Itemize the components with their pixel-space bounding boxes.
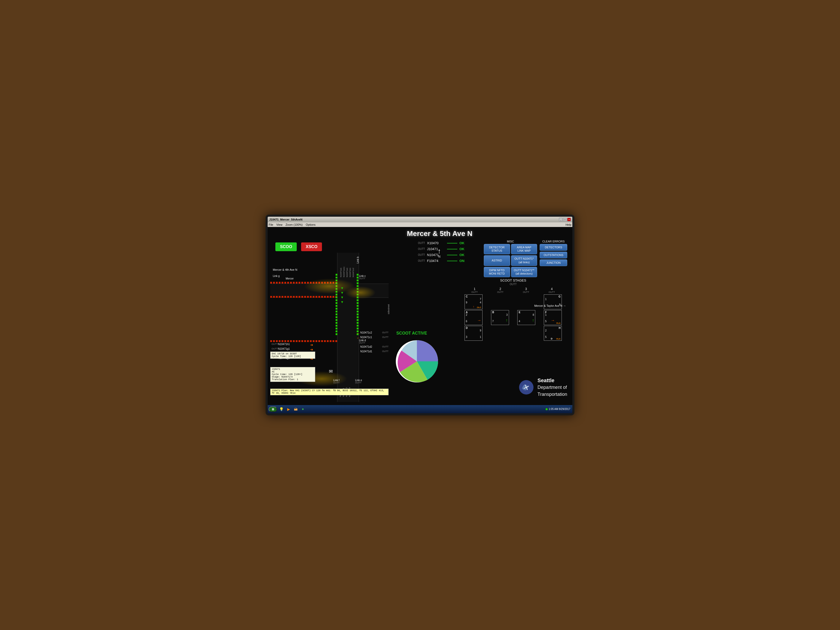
detectors-btn[interactable]: DETECTORS — [540, 244, 567, 251]
stage-numbers-row: 1 OUTT 2 OUTT 3 OUTT 4 OUTT — [459, 287, 567, 294]
n10471h1: N10471h1 — [278, 343, 290, 346]
stage-D-9: 9 — [480, 329, 481, 332]
n10471c1: N10471c1 — [360, 336, 372, 339]
dipm-nftd-btn[interactable]: DIPM NFTDMONI RETD — [484, 267, 510, 277]
link-b-label: Link b — [357, 257, 359, 264]
signal-line-2 — [447, 249, 457, 249]
misc-title: MISC — [484, 240, 537, 243]
stage-box-A: A 2 6 → — [464, 310, 483, 325]
maximize-btn[interactable]: □ — [563, 218, 567, 221]
n10471d1: N10471d1 — [360, 350, 372, 353]
mercer-4th-label: Mercer & 4th Ave N — [273, 268, 297, 271]
olc-label: OLC — [477, 306, 481, 309]
col-label-4: N10471b1 — [349, 257, 351, 277]
ola-label-F: OLA — [556, 322, 561, 324]
stage-box-F: F 1 5 OLA → — [544, 310, 562, 325]
stage-1-sub: OUTT — [472, 291, 478, 294]
outt-c2: OUTT — [382, 331, 388, 334]
pie-chart — [394, 338, 440, 384]
stage-D-3: 3 — [466, 336, 467, 338]
mailbox-icon[interactable]: ✉ — [329, 368, 333, 374]
stage-F-1: 1 — [545, 313, 546, 316]
menu-view[interactable]: View — [276, 223, 283, 226]
stage-H-letter: H — [559, 327, 561, 329]
menu-file[interactable]: File — [269, 223, 273, 226]
stage-box-C: C 7 9 4 ↑ OLC — [464, 294, 483, 309]
x10470-status: OK — [459, 241, 464, 245]
tray-green-dot — [546, 408, 548, 410]
stage-2-sub: OUTT — [497, 291, 504, 294]
close-btn[interactable]: ✕ — [567, 218, 571, 221]
stage-A-6: 6 — [466, 320, 467, 323]
stage-1-header: 1 OUTT — [472, 287, 478, 294]
taskbar-icon-2[interactable]: ▶ — [286, 406, 292, 412]
scoot-active-label: SCOOT ACTIVE — [396, 331, 427, 336]
clear-errors-buttons: DETECTORS OUTSTATIONS JUNCTION — [540, 244, 567, 266]
stage-2-num: 2 — [497, 287, 504, 291]
main-content: Mercer & 5th Ave N SCOO XSCO Mercer & 4t… — [268, 227, 572, 405]
taskbar: ⊞ 💡 ▶ 🏔 ✦ 1:05 AM 8/29/2017 — [268, 405, 572, 413]
stage-A-2: 2 — [466, 313, 467, 316]
sdot-icon-svg — [519, 380, 534, 395]
stage-B-7: 7 — [492, 320, 494, 323]
outt-n10471-links-btn[interactable]: OUTT N10471*(all links) — [511, 255, 537, 265]
sidestreet-label: sidestreet — [387, 304, 390, 314]
n10471-status: OK — [459, 253, 464, 257]
taylor-ave-label: Mercer & Taylor Ave N → — [534, 304, 566, 307]
taskbar-icon-1[interactable]: 💡 — [278, 406, 284, 412]
north-arrow-symbol: ↑ — [437, 248, 441, 255]
misc-buttons-grid: DETECTORSTATUS AREA MAPLINK MAP ASTRID O… — [484, 244, 537, 277]
stage-E-4: 4 — [519, 320, 520, 323]
info-box2-line4: Stage: N10471/4 — [272, 376, 314, 378]
info-box1-line1: DAC 18/18 on SCOOT — [272, 352, 314, 355]
xsco-button[interactable]: XSCO — [301, 242, 322, 251]
minimize-btn[interactable]: _ — [559, 218, 562, 221]
col-label-3: N10471a1 — [346, 257, 348, 277]
outt-c1: OUTT — [382, 336, 388, 338]
outstations-btn[interactable]: OUTSTATIONS — [540, 252, 567, 258]
stage-F-arrow: → — [551, 318, 555, 323]
arrow-g1: ➜ — [310, 347, 313, 352]
stage-box-H: H 2 5 D OLA — [544, 326, 562, 341]
stage-D-letter: D — [466, 327, 467, 329]
outt-n10471-detectors-btn[interactable]: OUTT N10471**(all detectors) — [511, 267, 537, 277]
stage-C-letter: C — [466, 295, 467, 298]
menu-bar: File View Zoom (100%) Options Help — [268, 223, 572, 227]
info-box2-line5: Translation Plan: 1 — [272, 378, 314, 381]
signal-line-4 — [447, 261, 457, 261]
start-button[interactable]: ⊞ — [269, 407, 277, 412]
scoot-stages-subtitle: OUTT — [459, 283, 567, 286]
page-title: Mercer & 5th Ave N — [407, 230, 472, 238]
stage-C-arrows: ↑ — [473, 305, 474, 309]
col-label-5: N10471c2 — [352, 257, 354, 277]
taskbar-icon-3[interactable]: 🏔 — [293, 406, 299, 412]
astrid-btn[interactable]: ASTRID — [484, 255, 510, 265]
stage-H-5: 5 — [545, 336, 546, 338]
j10471-status: OK — [459, 247, 464, 251]
taskbar-icon-4[interactable]: ✦ — [300, 406, 306, 412]
stage-E-arrow: ↑ — [532, 318, 534, 323]
info-box2-line2: AC — [272, 371, 314, 373]
n10471g1: N10471g1 — [278, 347, 290, 350]
signal-x10470: OUTT X10470 OK — [418, 241, 475, 245]
col-label-2: N10471a1c — [343, 257, 345, 277]
clear-errors-title: CLEAR ERRORS — [540, 240, 567, 243]
menu-zoom[interactable]: Zoom (100%) — [286, 223, 303, 226]
n10471c2: N10471c2 — [360, 331, 372, 334]
pie-chart-svg — [394, 338, 440, 384]
link-d-outt: OUTT — [359, 341, 365, 344]
stage-blank-2 — [517, 294, 535, 309]
outt-d2: OUTT — [382, 345, 388, 348]
junction-btn[interactable]: JUNCTION — [540, 259, 567, 266]
area-map-link-map-btn[interactable]: AREA MAPLINK MAP — [511, 244, 537, 254]
menu-options[interactable]: Options — [306, 223, 316, 226]
stage-B-arrow: ↑ — [506, 318, 508, 323]
seattle-text: Seattle — [538, 377, 554, 383]
scoo-button[interactable]: SCOO — [275, 242, 297, 251]
clear-errors-panel: CLEAR ERRORS DETECTORS OUTSTATIONS JUNCT… — [540, 240, 567, 277]
detector-status-btn[interactable]: DETECTORSTATUS — [484, 244, 510, 254]
arrow-c1: ← — [357, 336, 360, 340]
stage-1-num: 1 — [472, 287, 478, 291]
menu-help[interactable]: Help — [565, 223, 571, 226]
windows-logo: ⊞ — [272, 407, 274, 411]
